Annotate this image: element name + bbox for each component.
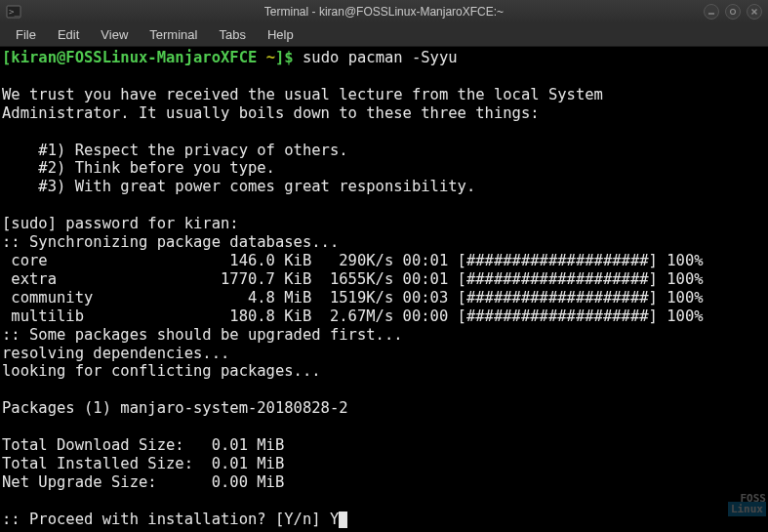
upgrade-msg: :: Some packages should be upgraded firs… [2,326,403,344]
watermark: FOSSLinux [728,493,766,514]
download-line-core: core 146.0 KiB 290K/s 00:01 [###########… [2,252,704,269]
menu-help[interactable]: Help [258,24,303,45]
download-line-extra: extra 1770.7 KiB 1655K/s 00:01 [########… [2,270,704,288]
cursor [339,512,347,528]
terminal-icon: >_ [6,4,21,20]
minimize-button[interactable] [704,4,719,20]
window-controls [704,4,762,20]
command-text: sudo pacman -Syyu [294,49,458,66]
lecture-line: Administrator. It usually boils down to … [2,104,540,122]
prompt-user-host: [kiran@FOSSLinux-ManjaroXFCE [2,49,257,66]
sync-header: :: Synchronizing package databases... [2,233,339,251]
sudo-prompt: [sudo] password for kiran: [2,215,239,232]
svg-point-3 [731,10,736,15]
menu-terminal[interactable]: Terminal [140,24,207,45]
close-button[interactable] [747,4,762,20]
lecture-rule: #1) Respect the privacy of others. [2,142,348,159]
prompt-dollar: ]$ [275,49,294,66]
title-bar: >_ Terminal - kiran@FOSSLinux-ManjaroXFC… [0,0,768,23]
svg-text:>_: >_ [9,7,20,17]
maximize-button[interactable] [725,4,741,20]
lecture-rule: #2) Think before you type. [2,159,275,177]
size-installed: Total Installed Size: 0.01 MiB [2,455,284,472]
terminal-output[interactable]: [kiran@FOSSLinux-ManjaroXFCE ~]$ sudo pa… [0,47,768,532]
window-title: Terminal - kiran@FOSSLinux-ManjaroXFCE:~ [264,5,504,19]
lecture-rule: #3) With great power comes great respons… [2,178,475,195]
menu-view[interactable]: View [91,24,138,45]
download-line-community: community 4.8 MiB 1519K/s 00:03 [#######… [2,289,704,307]
packages-line: Packages (1) manjaro-system-20180828-2 [2,399,348,417]
download-line-multilib: multilib 180.8 KiB 2.67M/s 00:00 [######… [2,307,704,325]
proceed-prompt: :: Proceed with installation? [Y/n] Y [2,511,339,528]
size-net: Net Upgrade Size: 0.00 MiB [2,473,284,491]
menu-bar: File Edit View Terminal Tabs Help [0,23,768,47]
watermark-linux: Linux [728,502,766,516]
size-download: Total Download Size: 0.01 MiB [2,436,284,454]
menu-tabs[interactable]: Tabs [209,24,255,45]
menu-file[interactable]: File [6,24,46,45]
lecture-line: We trust you have received the usual lec… [2,86,603,103]
menu-edit[interactable]: Edit [48,24,89,45]
resolving-msg: resolving dependencies... [2,345,229,362]
prompt-cwd: ~ [257,49,275,66]
looking-msg: looking for conflicting packages... [2,362,321,380]
